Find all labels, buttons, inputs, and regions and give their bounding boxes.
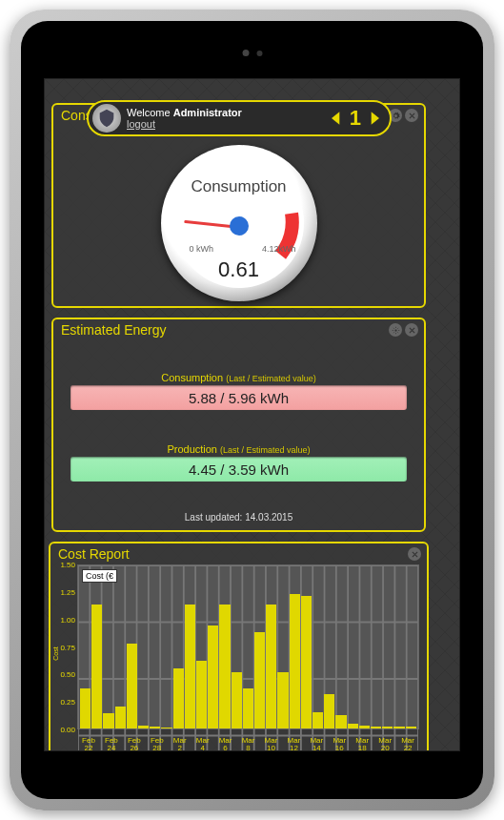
tablet-bezel: Cons Welcome Administrator logout: [21, 21, 483, 799]
cost-bar: [80, 688, 91, 728]
panel-title: Cost Report: [50, 543, 427, 564]
cost-bar: [208, 625, 218, 728]
tablet-camera: [242, 50, 262, 56]
ytick: 0.25: [60, 698, 75, 707]
last-updated: Last updated: 14.03.2015: [53, 512, 424, 523]
xtick: Mar 2: [169, 737, 192, 751]
ytick: 1.50: [60, 561, 75, 569]
xtick: Feb 28: [146, 737, 169, 751]
pager-next-icon[interactable]: [365, 107, 384, 130]
xtick: Mar 22: [396, 737, 419, 751]
panel-title: Estimated Energy: [53, 319, 424, 340]
cost-bar: [185, 605, 195, 728]
estimated-energy-panel: Estimated Energy Consumption (Last / Est…: [51, 318, 426, 532]
chart-yaxis: 0.000.250.500.751.001.251.50: [54, 564, 75, 729]
consumption-bar: 5.88 / 5.96 kWh: [71, 385, 407, 410]
cost-bar: [138, 726, 149, 728]
xtick: Mar 12: [282, 737, 305, 751]
cost-report-panel: Cost Report Cost 0.000.250.500.751.001.2…: [49, 542, 429, 751]
consumption-estimate: Consumption (Last / Estimated value) 5.8…: [71, 372, 407, 410]
ytick: 1.25: [60, 587, 75, 596]
welcome-bar: Welcome Administrator logout 1: [87, 100, 392, 136]
chart-xaxis: Feb 22Feb 24Feb 26Feb 28Mar 2Mar 4Mar 6M…: [77, 737, 419, 751]
welcome-user: Administrator: [173, 107, 242, 118]
xtick: Feb 22: [77, 737, 100, 751]
cost-chart: Cost (€: [77, 564, 419, 729]
close-icon[interactable]: [405, 109, 418, 122]
gauge-label: Consumption: [161, 177, 317, 196]
cost-bar: [161, 728, 171, 728]
cost-bar: [173, 668, 184, 728]
cost-bar: [406, 727, 416, 728]
gauge-max-label: 4.12kWh: [262, 244, 296, 254]
production-value: 4.45 / 3.59 kWh: [189, 461, 289, 478]
app-screen: Cons Welcome Administrator logout: [44, 78, 460, 751]
xtick: Mar 8: [237, 737, 260, 751]
cost-bar: [335, 715, 346, 728]
close-icon[interactable]: [408, 547, 421, 561]
xtick: Feb 26: [123, 737, 146, 751]
consumption-sublabel: (Last / Estimated value): [226, 374, 316, 383]
production-sublabel: (Last / Estimated value): [220, 445, 311, 455]
production-label: Production: [167, 443, 217, 455]
xtick: Feb 24: [100, 737, 123, 751]
pager: 1: [327, 106, 384, 131]
cost-bar: [196, 661, 207, 728]
production-bar: 4.45 / 3.59 kWh: [71, 457, 407, 482]
pager-prev-icon[interactable]: [327, 107, 346, 130]
xtick: Mar 6: [214, 737, 237, 751]
ytick: 0.75: [60, 643, 75, 651]
cost-bar: [312, 712, 323, 728]
production-estimate: Production (Last / Estimated value) 4.45…: [71, 443, 407, 482]
ytick: 0.00: [60, 726, 75, 734]
cost-bar: [371, 727, 381, 728]
cost-bar: [232, 672, 242, 728]
gauge-min-label: 0 kWh: [190, 244, 214, 254]
avatar: [92, 104, 121, 133]
cost-bar: [393, 727, 404, 728]
cost-bar: [254, 632, 265, 728]
cost-bar: [348, 724, 358, 728]
cost-bar: [219, 605, 230, 728]
tablet-frame: Cons Welcome Administrator logout: [10, 10, 494, 810]
chart-bars: [78, 565, 418, 728]
cost-bar: [150, 727, 160, 728]
xtick: Mar 20: [373, 737, 396, 751]
cost-bar: [382, 727, 393, 728]
svg-point-0: [394, 329, 396, 331]
logout-link[interactable]: logout: [127, 118, 155, 130]
cost-bar: [115, 707, 126, 728]
welcome-prefix: Welcome: [127, 107, 173, 118]
close-icon[interactable]: [405, 323, 418, 337]
production-label-row: Production (Last / Estimated value): [71, 443, 407, 455]
xtick: Mar 4: [192, 737, 214, 751]
consumption-label: Consumption: [161, 372, 223, 383]
consumption-gauge-panel: Cons Welcome Administrator logout: [51, 103, 426, 308]
consumption-label-row: Consumption (Last / Estimated value): [71, 372, 407, 383]
cost-bar: [91, 605, 102, 728]
cost-bar: [103, 713, 113, 728]
cost-bar: [243, 688, 253, 728]
xtick: Mar 16: [328, 737, 351, 751]
consumption-value: 5.88 / 5.96 kWh: [189, 390, 289, 406]
cost-bar: [277, 672, 288, 728]
cost-bar: [266, 605, 276, 728]
cost-bar: [127, 644, 137, 728]
cost-bar: [301, 596, 312, 728]
cost-bar: [359, 726, 370, 728]
xtick: Mar 10: [260, 737, 283, 751]
ytick: 1.00: [60, 615, 75, 624]
ytick: 0.50: [60, 670, 75, 679]
gauge-value: 0.61: [161, 257, 317, 282]
xtick: Mar 18: [351, 737, 373, 751]
xtick: Mar 14: [305, 737, 328, 751]
cost-bar: [290, 594, 300, 728]
welcome-text: Welcome Administrator logout: [127, 107, 242, 130]
gauge-hub: [230, 216, 249, 236]
pager-number: 1: [350, 106, 361, 131]
consumption-gauge: Consumption 0 kWh 4.12kWh 0.61: [161, 145, 317, 301]
gear-icon[interactable]: [389, 323, 402, 337]
cost-bar: [324, 694, 334, 728]
